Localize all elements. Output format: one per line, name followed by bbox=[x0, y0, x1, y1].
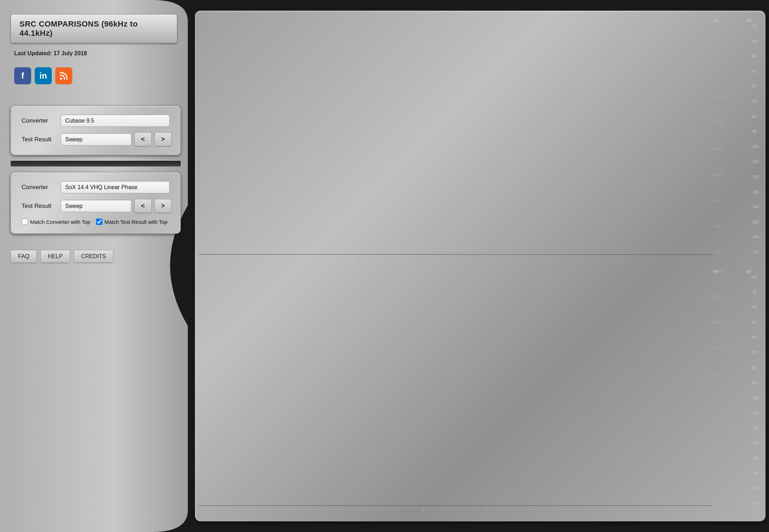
match-converter-label[interactable]: Match Converter with Top bbox=[22, 219, 90, 225]
top-chart-canvas bbox=[198, 18, 711, 254]
converter-label-top: Converter bbox=[22, 117, 61, 124]
next-button-top[interactable]: > bbox=[155, 132, 172, 146]
rss-icon[interactable] bbox=[55, 67, 72, 84]
bottom-chart-canvas bbox=[198, 269, 711, 505]
db-title-top: dB bbox=[739, 18, 758, 23]
converter-select-bottom[interactable]: SoX 14.4 VHQ Linear Phase bbox=[61, 181, 170, 193]
top-hz-title: Hz bbox=[713, 18, 719, 23]
bottom-db-scale: dB -20 -30 -40 -50 -60 -70 -80 bbox=[739, 269, 758, 505]
prev-button-top[interactable]: < bbox=[134, 132, 152, 146]
top-chart: Hz 20000 18000 16000 14000 12000 10000 8… bbox=[198, 18, 758, 263]
top-hz-axis: Hz 20000 18000 16000 14000 12000 10000 8… bbox=[711, 18, 737, 254]
right-panel: Hz 20000 18000 16000 14000 12000 10000 8… bbox=[188, 0, 769, 532]
next-button-bottom[interactable]: > bbox=[155, 199, 172, 213]
svg-point-0 bbox=[60, 78, 62, 80]
db-title-bottom: dB bbox=[739, 269, 758, 274]
bottom-chart: Hz 20000 18000 16000 14000 12000 10000 8… bbox=[198, 269, 758, 514]
help-button[interactable]: HELP bbox=[40, 250, 70, 263]
app-title: SRC COMPARISONS (96kHz to 44.1kHz) bbox=[11, 14, 177, 43]
converter-label-bottom: Converter bbox=[22, 184, 61, 191]
credits-button[interactable]: CREDITS bbox=[74, 250, 113, 263]
bottom-hz-title: Hz bbox=[713, 269, 719, 274]
match-converter-checkbox[interactable] bbox=[22, 219, 28, 225]
test-result-label-top: Test Result bbox=[22, 136, 61, 143]
social-icons-group: f in bbox=[14, 67, 72, 84]
facebook-icon[interactable]: f bbox=[14, 67, 31, 84]
top-converter-panel: Converter Cubase 9.5 Test Result Sweep <… bbox=[11, 106, 181, 155]
test-result-select-top[interactable]: Sweep bbox=[61, 133, 131, 146]
match-result-checkbox[interactable] bbox=[96, 219, 102, 225]
last-updated: Last Updated: 17 July 2018 bbox=[14, 50, 87, 57]
bottom-buttons-group: FAQ HELP CREDITS bbox=[11, 250, 113, 263]
match-result-label[interactable]: Match Test Result with Top bbox=[96, 219, 168, 225]
test-result-select-bottom[interactable]: Sweep bbox=[61, 200, 131, 212]
converter-select-top[interactable]: Cubase 9.5 bbox=[61, 114, 170, 127]
faq-button[interactable]: FAQ bbox=[11, 250, 37, 263]
panel-divider bbox=[11, 161, 181, 166]
bottom-hz-axis: Hz 20000 18000 16000 14000 12000 10000 8… bbox=[711, 269, 737, 505]
linkedin-icon[interactable]: in bbox=[35, 67, 52, 84]
prev-button-bottom[interactable]: < bbox=[134, 199, 152, 213]
top-db-scale: dB -20 -30 -40 -50 -60 -70 -80 bbox=[739, 18, 758, 254]
bottom-converter-panel: Converter SoX 14.4 VHQ Linear Phase Test… bbox=[11, 172, 181, 234]
charts-container: Hz 20000 18000 16000 14000 12000 10000 8… bbox=[195, 11, 765, 521]
test-result-label-bottom: Test Result bbox=[22, 203, 61, 210]
